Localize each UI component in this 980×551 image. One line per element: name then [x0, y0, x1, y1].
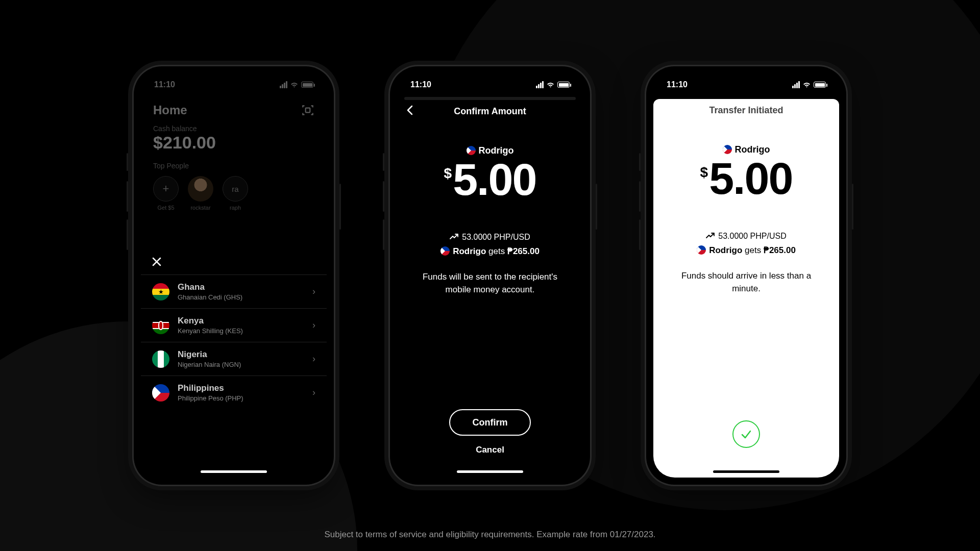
status-bar: 11:10 — [653, 73, 839, 96]
country-item-ghana[interactable]: Ghana Ghanaian Cedi (GHS) › — [141, 274, 327, 308]
balance-label: Cash balance — [153, 124, 314, 133]
rate-value: 53.0000 PHP/USD — [718, 232, 786, 240]
trend-up-icon — [706, 233, 715, 239]
flag-philippines-icon — [152, 384, 169, 402]
wifi-icon — [290, 82, 299, 88]
status-icons — [792, 81, 826, 88]
chevron-right-icon: › — [312, 320, 315, 331]
signal-icon — [280, 81, 287, 88]
person-label: raph — [230, 205, 241, 211]
home-indicator[interactable] — [201, 470, 267, 473]
country-sheet: Ghana Ghanaian Cedi (GHS) › Kenya Kenyan… — [141, 247, 327, 478]
cancel-button[interactable]: Cancel — [476, 445, 504, 455]
status-time: 11:10 — [410, 80, 431, 89]
svg-rect-0 — [306, 108, 310, 113]
country-name: Ghana — [178, 282, 312, 292]
check-icon — [740, 428, 753, 441]
country-name: Nigeria — [178, 349, 312, 360]
avatar-initials: ra — [223, 176, 248, 202]
amount-value: 5.00 — [709, 155, 792, 202]
rate-row: 53.0000 PHP/USD — [653, 232, 839, 241]
flag-nigeria-icon — [152, 350, 169, 368]
country-name: Kenya — [178, 316, 312, 326]
rate-value: 53.0000 PHP/USD — [462, 233, 530, 241]
info-text: Funds should arrive in less than a minut… — [653, 270, 839, 295]
info-text: Funds will be sent to the recipient's mo… — [397, 271, 583, 296]
signal-icon — [792, 81, 800, 88]
amount-currency: $ — [700, 164, 708, 181]
amount-row: $ 5.00 — [653, 155, 839, 202]
nav-title: Confirm Amount — [454, 106, 526, 117]
stage: 11:10 Home Cash balance $210.00 Top Peop… — [0, 0, 980, 551]
phone-home: 11:10 Home Cash balance $210.00 Top Peop… — [134, 66, 334, 485]
battery-icon — [557, 82, 570, 88]
nav-title: Transfer Initiated — [709, 105, 783, 116]
flag-ghana-icon — [152, 283, 169, 300]
top-people-label: Top People — [141, 153, 327, 170]
amount-currency: $ — [444, 165, 452, 182]
balance-amount: $210.00 — [153, 133, 314, 153]
person-label: rockstar — [190, 205, 210, 211]
home-indicator[interactable] — [713, 470, 779, 473]
page-title: Home — [153, 103, 187, 117]
amount-value: 5.00 — [453, 156, 536, 203]
gets-amount: ₱265.00 — [764, 245, 796, 255]
sheet-close-button[interactable] — [141, 251, 327, 274]
country-item-kenya[interactable]: Kenya Kenyan Shilling (KES) › — [141, 308, 327, 342]
status-time: 11:10 — [154, 80, 175, 89]
signal-icon — [536, 81, 544, 88]
gets-row: Rodrigo gets ₱265.00 — [397, 246, 583, 257]
phone-confirm: 11:10 Confirm Amount Rodrigo $ 5.00 — [390, 66, 590, 485]
battery-icon — [814, 82, 826, 88]
footer-disclaimer: Subject to terms of service and eligibil… — [0, 530, 980, 540]
plus-icon: + — [153, 176, 179, 202]
trend-up-icon — [450, 234, 459, 240]
success-badge — [732, 420, 760, 448]
person-raph[interactable]: ra raph — [223, 176, 248, 211]
chevron-left-icon — [406, 105, 413, 115]
flag-philippines-icon — [697, 245, 706, 255]
people-row: + Get $5 rockstar ra raph — [141, 170, 327, 217]
flag-kenya-icon — [152, 317, 169, 334]
gets-row: Rodrigo gets ₱265.00 — [653, 245, 839, 256]
chevron-right-icon: › — [312, 387, 315, 398]
status-icons — [280, 81, 313, 88]
wifi-icon — [802, 82, 811, 88]
country-item-philippines[interactable]: Philippines Philippine Peso (PHP) › — [141, 375, 327, 409]
country-sub: Philippine Peso (PHP) — [178, 394, 312, 402]
status-icons — [536, 81, 570, 88]
chevron-right-icon: › — [312, 354, 315, 364]
qr-scan-icon[interactable] — [301, 104, 314, 117]
country-name: Philippines — [178, 383, 312, 393]
amount-row: $ 5.00 — [397, 156, 583, 203]
home-indicator[interactable] — [457, 470, 523, 473]
back-button[interactable] — [406, 105, 413, 118]
gets-name: Rodrigo — [709, 245, 742, 255]
flag-philippines-icon — [440, 246, 450, 256]
gets-amount: ₱265.00 — [507, 246, 540, 256]
country-sub: Nigerian Naira (NGN) — [178, 361, 312, 368]
wifi-icon — [546, 82, 555, 88]
person-rockstar[interactable]: rockstar — [188, 176, 213, 211]
gets-name: Rodrigo — [453, 246, 486, 256]
flag-philippines-icon — [723, 145, 732, 154]
gets-word: gets — [486, 246, 507, 256]
country-sub: Ghanaian Cedi (GHS) — [178, 293, 312, 301]
phone-success: 11:10 Transfer Initiated Rodrigo $ 5.00 — [646, 66, 846, 485]
rate-row: 53.0000 PHP/USD — [397, 233, 583, 242]
country-item-nigeria[interactable]: Nigeria Nigerian Naira (NGN) › — [141, 342, 327, 375]
close-icon — [152, 257, 161, 266]
person-label: Get $5 — [157, 205, 174, 211]
person-add[interactable]: + Get $5 — [153, 176, 179, 211]
avatar — [188, 176, 213, 202]
confirm-button[interactable]: Confirm — [449, 409, 531, 436]
status-bar: 11:10 — [397, 73, 583, 96]
flag-philippines-icon — [467, 146, 476, 155]
country-sub: Kenyan Shilling (KES) — [178, 327, 312, 335]
chevron-right-icon: › — [312, 286, 315, 297]
status-time: 11:10 — [667, 80, 688, 89]
gets-word: gets — [742, 245, 764, 255]
battery-icon — [301, 82, 313, 88]
status-bar: 11:10 — [141, 73, 327, 96]
